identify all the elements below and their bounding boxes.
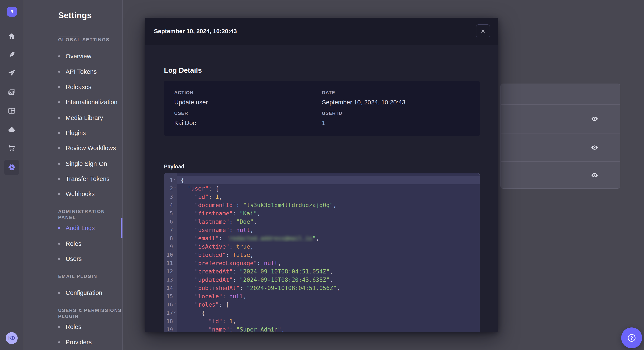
field-label: USER [174,111,322,116]
table-row [501,104,620,133]
line-number: 9 [164,242,178,251]
log-details-heading: Log Details [164,66,202,74]
home-icon [8,32,16,40]
line-number[interactable]: 16› [164,301,178,309]
sidebar-item-internationalization[interactable]: Internationalization [58,97,117,107]
code-line-content: "name": "Super Admin", [178,325,480,332]
sidebar-item-admin-users[interactable]: Users [58,254,82,263]
bullet-icon [58,147,60,149]
sidebar-item-single-sign-on[interactable]: Single Sign-On [58,159,107,169]
fold-chevron-icon[interactable]: › [170,311,179,314]
code-line-content: "documentId": "ls3uk3g1xm4ltdrdugzajg0g"… [178,201,480,209]
bullet-icon [58,163,60,165]
eye-icon [591,144,598,151]
bullet-icon [58,71,60,73]
bullet-icon [58,326,60,328]
payload-label: Payload [164,164,184,170]
code-line-content: "id": 1, [178,317,480,325]
bullet-icon [58,101,60,103]
nav-content-manager[interactable] [0,104,24,117]
view-log-button[interactable] [590,143,599,152]
nav-home[interactable] [0,30,24,42]
settings-sidebar: Settings GLOBAL SETTINGS Overview API To… [24,0,123,350]
modal-header: September 10, 2024, 10:20:43 [144,18,498,45]
strapi-logo[interactable] [7,7,17,16]
code-line: 5 "firstname": "Kai", [164,209,480,217]
view-log-button[interactable] [590,171,599,180]
nav-content-type-builder[interactable] [0,48,24,61]
code-line: 17› { [164,309,480,317]
log-details-card: ACTION Update user DATE September 10, 20… [164,81,480,136]
sidebar-item-email-configuration[interactable]: Configuration [58,288,102,298]
line-number: 11 [164,259,178,267]
main-nav-rail: KD [0,0,24,350]
code-line: 1›{ [164,176,480,184]
active-item-indicator [121,218,122,238]
code-line: 16› "roles": [ [164,301,480,309]
sidebar-item-audit-logs[interactable]: Audit Logs [58,223,95,233]
bullet-icon [58,178,60,180]
section-global-settings: GLOBAL SETTINGS [58,37,110,43]
line-number[interactable]: 2› [164,184,178,193]
code-line: 15 "locale": null, [164,292,480,301]
user-avatar[interactable]: KD [6,332,18,344]
close-modal-button[interactable] [476,24,490,38]
sidebar-item-up-providers[interactable]: Providers [58,338,92,347]
help-button[interactable]: ? [621,328,642,348]
sidebar-item-up-roles[interactable]: Roles [58,322,81,332]
nav-media-library[interactable] [0,86,24,99]
sidebar-item-webhooks[interactable]: Webhooks [58,189,95,199]
sidebar-item-plugins[interactable]: Plugins [58,128,86,138]
line-number[interactable]: 1› [164,176,178,184]
bullet-icon [58,55,60,57]
nav-settings-active[interactable] [4,160,20,175]
field-value: 1 [322,120,470,127]
code-line-content: "firstname": "Kai", [178,209,480,217]
nav-marketplace[interactable] [0,142,24,154]
eye-icon [591,115,598,123]
bullet-icon [58,341,60,343]
sidebar-item-api-tokens[interactable]: API Tokens [58,67,97,76]
sidebar-item-admin-roles[interactable]: Roles [58,239,81,248]
nav-deploy[interactable] [0,123,24,136]
fold-chevron-icon[interactable]: › [170,178,179,181]
line-number: 15 [164,292,178,301]
gear-icon [7,163,16,172]
code-line-content: "updatedAt": "2024-09-10T08:20:43.638Z", [178,276,480,284]
line-number: 7 [164,226,178,234]
code-line: 9 "isActive": true, [164,242,480,251]
line-number: 19 [164,325,178,332]
code-line-content: "blocked": false, [178,251,480,259]
page-title: Settings [58,11,92,20]
code-line: 10 "blocked": false, [164,251,480,259]
line-number[interactable]: 17› [164,309,178,317]
line-number: 10 [164,251,178,259]
sidebar-item-overview[interactable]: Overview [58,51,91,61]
sidebar-item-transfer-tokens[interactable]: Transfer Tokens [58,174,110,183]
line-number: 8 [164,234,178,242]
line-number: 4 [164,201,178,209]
view-log-button[interactable] [590,114,599,124]
fold-chevron-icon[interactable]: › [170,186,179,190]
sidebar-item-releases[interactable]: Releases [58,82,91,92]
code-line-content: "publishedAt": "2024-09-10T08:04:51.056Z… [178,284,480,292]
code-line: 13 "updatedAt": "2024-09-10T08:20:43.638… [164,276,480,284]
line-number: 6 [164,217,178,226]
strapi-logo-icon [9,8,15,15]
bullet-icon [58,243,60,245]
images-icon [8,88,16,97]
nav-releases[interactable] [0,67,24,79]
code-line-content: { [178,176,480,184]
layout-icon [8,107,16,115]
svg-text:?: ? [630,335,633,341]
code-line: 8 "email": "redacted.address@mail.io", [164,234,480,242]
modal-body: Log Details ACTION Update user DATE Sept… [144,45,498,332]
sidebar-item-review-workflows[interactable]: Review Workflows [58,143,116,153]
payload-code-editor[interactable]: 1›{2› "user": {3 "id": 1,4 "documentId":… [164,173,480,332]
code-line: 3 "id": 1, [164,193,480,201]
code-line-content: "lastname": "Doe", [178,217,480,226]
sidebar-item-media-library[interactable]: Media Library [58,113,103,123]
modal-title: September 10, 2024, 10:20:43 [154,28,237,35]
bullet-icon [58,86,60,88]
fold-chevron-icon[interactable]: › [170,303,179,306]
